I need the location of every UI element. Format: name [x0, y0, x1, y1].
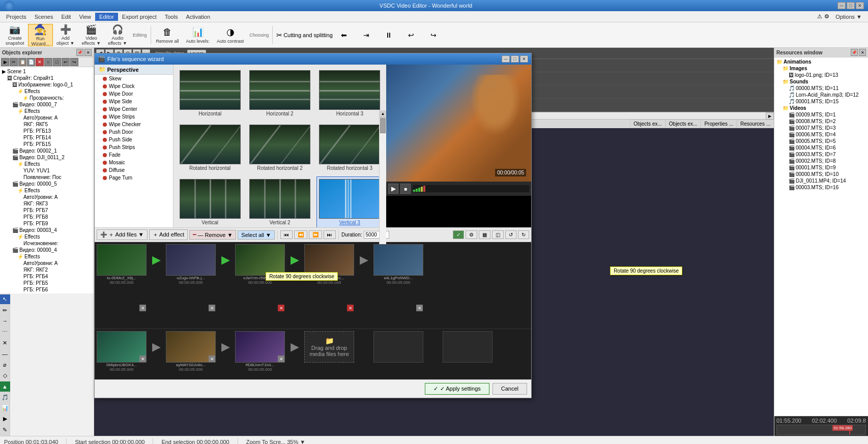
effect-item-13[interactable]: Page Turn [95, 174, 173, 182]
add-effect-btn[interactable]: ＋ Add effect [149, 229, 188, 240]
effect-thumb-8[interactable]: Vertical 3 [316, 176, 383, 227]
effects-scroll-track[interactable] [380, 117, 386, 227]
menu-export[interactable]: Export project [118, 13, 161, 21]
file-remove-8[interactable]: ✕ [278, 356, 284, 362]
cancel-button[interactable]: Cancel [493, 383, 527, 395]
menu-projects[interactable]: Projects [2, 13, 31, 21]
tree-item-1[interactable]: 🖼Спрайт: Спрайт1 [1, 75, 93, 81]
effect-item-9[interactable]: Push Strips [95, 143, 173, 151]
obj-btn-9[interactable]: ↪ [70, 58, 78, 66]
tree-item-16[interactable]: Появление: Пос [1, 174, 93, 181]
obj-btn-3[interactable]: 📋 [18, 58, 26, 66]
file-thumb-4[interactable] [304, 244, 354, 276]
res-close-button[interactable]: ✕ [859, 49, 866, 56]
res-item-1[interactable]: 📁Images [775, 65, 867, 72]
obj-btn-1[interactable]: ▶ [1, 58, 9, 66]
tree-item-2[interactable]: 🖼Изображение: logo-0_1 [1, 81, 93, 88]
prev-btn[interactable]: ⏪ [294, 230, 307, 239]
effect-item-2[interactable]: Wipe Door [95, 90, 173, 98]
tree-item-17[interactable]: 🎬Видео: 00000_5 [1, 181, 93, 187]
file-remove-3[interactable]: ✕ [278, 305, 284, 311]
res-item-15[interactable]: 🎬00002.MTS; ID=8 [775, 158, 867, 164]
effect-thumb-0[interactable]: Horizontal [177, 68, 243, 119]
tree-item-22[interactable]: РГБ: РГБ8 [1, 214, 93, 220]
tree-item-31[interactable]: РГБ: РГБ4 [1, 273, 93, 280]
res-item-3[interactable]: 📁Sounds [775, 78, 867, 85]
select-all-btn[interactable]: Select all ▼ [238, 230, 275, 240]
file-remove-1[interactable]: ✕ [139, 305, 146, 311]
res-item-2[interactable]: 🖼logo-01.png; ID=13 [775, 72, 867, 78]
tree-item-4[interactable]: ⚡Прозрачность: [1, 95, 93, 101]
effect-item-4[interactable]: Wipe Center [95, 105, 173, 113]
tree-item-13[interactable]: 🎬Видео: DJI_0011_2 [1, 154, 93, 161]
tree-item-27[interactable]: 🎬Видео: 00000_4 [1, 247, 93, 253]
remove-all-button[interactable]: 🗑 Remove all [153, 24, 183, 46]
video-effects-button[interactable]: 🎬 Videoeffects ▼ [78, 24, 104, 46]
file-thumb-5[interactable] [373, 244, 423, 276]
obj-btn-5[interactable]: ✕ [36, 58, 44, 66]
side-btn-9[interactable]: ▲ [0, 381, 10, 391]
dialog-min-btn[interactable]: ─ [502, 55, 510, 63]
menu-editor[interactable]: Editor [95, 13, 118, 21]
menu-view[interactable]: View [75, 13, 95, 21]
res-item-19[interactable]: 🎬00003.MTS; ID=16 [775, 184, 867, 191]
res-item-5[interactable]: 🎵Lorn-Acid_Rain.mp3; ID=12 [775, 92, 867, 98]
menu-scenes[interactable]: Scenes [31, 13, 57, 21]
minimize-button[interactable]: ─ [837, 2, 846, 9]
side-btn-5[interactable]: ✕ [0, 338, 10, 348]
remove-btn[interactable]: ━ — Remove ▼ [189, 230, 236, 240]
effect-item-6[interactable]: Wipe Checker [95, 121, 173, 128]
file-remove-6[interactable]: ✕ [139, 356, 146, 362]
tree-item-0[interactable]: ▶Scene 1 [1, 68, 93, 75]
tree-item-15[interactable]: YUV: YUV1 [1, 167, 93, 174]
obj-btn-4[interactable]: 📄 [27, 58, 35, 66]
effect-item-12[interactable]: Diffuse [95, 166, 173, 174]
res-item-17[interactable]: 🎬00000.MTS; ID=10 [775, 171, 867, 177]
cut-btn-5[interactable]: ↪ [422, 24, 445, 46]
effect-item-3[interactable]: Wipe Side [95, 98, 173, 105]
obj-btn-7[interactable]: □ [53, 58, 61, 66]
auto-contrast-button[interactable]: ◑ Auto contrast [213, 24, 247, 46]
effect-thumb-4[interactable]: Rotated horizontal 2 [246, 122, 313, 173]
tree-item-33[interactable]: РГБ: РГБ6 [1, 286, 93, 293]
res-item-6[interactable]: 🎵00001.MTS; ID=15 [775, 98, 867, 105]
effect-item-0[interactable]: Skew [95, 75, 173, 82]
pin-button[interactable]: 📌 [76, 49, 83, 56]
side-btn-8[interactable]: ◇ [0, 371, 10, 380]
res-item-10[interactable]: 🎬00007.MTS; ID=3 [775, 125, 867, 131]
file-remove-2[interactable]: ✕ [209, 305, 215, 311]
tree-item-6[interactable]: ⚡Effects [1, 108, 93, 114]
side-btn-7[interactable]: ⌀ [0, 360, 10, 369]
tree-item-28[interactable]: ⚡Effects [1, 253, 93, 260]
res-item-14[interactable]: 🎬00003.MTS; ID=7 [775, 151, 867, 158]
tree-item-30[interactable]: ЯКГ: ЯКГ2 [1, 267, 93, 273]
create-snapshot-button[interactable]: 📷 Createsnapshot [2, 24, 28, 46]
tree-item-24[interactable]: 🎬Видео: 00003_4 [1, 227, 93, 233]
tree-item-14[interactable]: ⚡Effects [1, 161, 93, 167]
run-wizard-button[interactable]: 🧙 RunWizard... [28, 24, 53, 46]
res-item-16[interactable]: 🎬00001.MTS; ID=9 [775, 164, 867, 171]
wizard-rotate-btn[interactable]: ↺ [505, 230, 516, 239]
next-btn[interactable]: ⏩ [309, 230, 322, 239]
effect-thumb-1[interactable]: Horizontal 2 [246, 68, 313, 119]
side-btn-12[interactable]: ▶ [0, 414, 10, 424]
effect-item-11[interactable]: Mosaic [95, 159, 173, 166]
side-btn-6[interactable]: — [0, 349, 10, 359]
tree-item-29[interactable]: АвтоУровни: А [1, 260, 93, 267]
first-btn[interactable]: ⏮ [280, 230, 293, 239]
side-btn-2[interactable]: ✏ [0, 305, 10, 315]
tree-item-32[interactable]: РГБ: РГБ5 [1, 280, 93, 286]
dialog-close-btn[interactable]: ✕ [520, 55, 528, 63]
drag-drop-area[interactable]: 📁 Drag and dropmedia files here [304, 331, 354, 363]
res-item-9[interactable]: 🎬00008.MTS; ID=2 [775, 118, 867, 125]
add-files-btn[interactable]: ➕ ＋ Add files ▼ [97, 229, 148, 240]
options-button[interactable]: Options ▼ [831, 13, 866, 21]
tree-item-20[interactable]: ЯКГ: ЯКГ3 [1, 200, 93, 207]
wizard-settings-btn[interactable]: ⚙ [466, 230, 477, 239]
res-item-8[interactable]: 🎬00009.MTS; ID=1 [775, 111, 867, 118]
tree-item-3[interactable]: ⚡Effects [1, 88, 93, 95]
effect-thumb-6[interactable]: Vertical [177, 176, 243, 227]
file-thumb-2[interactable] [166, 244, 216, 276]
obj-btn-2[interactable]: ✂ [10, 58, 18, 66]
menu-activation[interactable]: Activation [182, 13, 214, 21]
